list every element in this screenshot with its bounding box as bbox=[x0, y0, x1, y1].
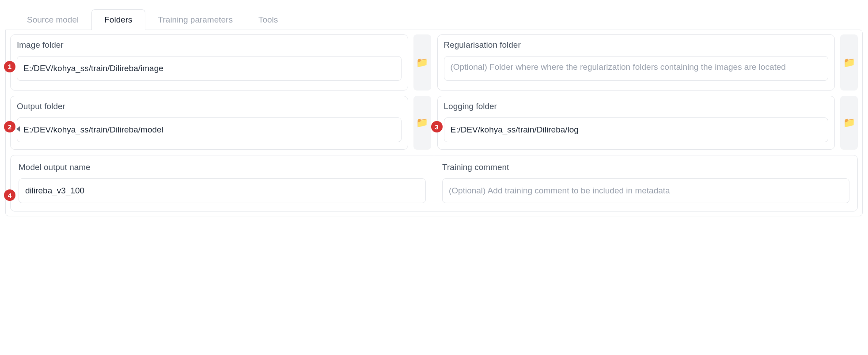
model-output-name-label: Model output name bbox=[19, 162, 426, 172]
tab-source-model[interactable]: Source model bbox=[14, 9, 91, 30]
image-folder-label: Image folder bbox=[17, 40, 402, 50]
model-output-name-input[interactable] bbox=[19, 178, 426, 203]
model-output-name-card: Model output name bbox=[10, 155, 434, 211]
folders-panel: 1 Image folder 📁 Regularisation folder 📁… bbox=[5, 30, 863, 216]
training-comment-card: Training comment bbox=[434, 155, 858, 211]
annotation-badge-1: 1 bbox=[4, 61, 15, 72]
output-folder-label: Output folder bbox=[17, 102, 402, 111]
regularisation-folder-label: Regularisation folder bbox=[444, 40, 829, 50]
regularisation-folder-card: Regularisation folder bbox=[437, 34, 835, 91]
tab-tools[interactable]: Tools bbox=[246, 9, 291, 30]
folder-icon: 📁 bbox=[843, 117, 855, 128]
training-comment-input[interactable] bbox=[442, 178, 849, 203]
annotation-badge-2: 2 bbox=[4, 121, 15, 132]
caret-left-icon bbox=[16, 126, 20, 132]
folder-icon: 📁 bbox=[416, 57, 428, 68]
regularisation-folder-input[interactable] bbox=[444, 56, 829, 81]
annotation-badge-4: 4 bbox=[4, 189, 15, 201]
output-folder-card: Output folder bbox=[10, 96, 408, 150]
image-folder-input[interactable] bbox=[17, 56, 402, 81]
folder-icon: 📁 bbox=[416, 117, 428, 128]
output-folder-input[interactable] bbox=[17, 117, 402, 142]
logging-folder-browse-button[interactable]: 📁 bbox=[840, 96, 858, 150]
logging-folder-input[interactable] bbox=[444, 117, 829, 142]
regularisation-folder-browse-button[interactable]: 📁 bbox=[840, 34, 858, 91]
output-folder-browse-button[interactable]: 📁 bbox=[413, 96, 431, 150]
logging-folder-label: Logging folder bbox=[444, 102, 829, 111]
folder-icon: 📁 bbox=[843, 57, 855, 68]
image-folder-browse-button[interactable]: 📁 bbox=[413, 34, 431, 91]
training-comment-label: Training comment bbox=[442, 162, 849, 172]
logging-folder-card: Logging folder bbox=[437, 96, 835, 150]
tab-training-parameters[interactable]: Training parameters bbox=[145, 9, 246, 30]
image-folder-card: Image folder bbox=[10, 34, 408, 91]
annotation-badge-3: 3 bbox=[431, 121, 443, 132]
tab-folders[interactable]: Folders bbox=[91, 9, 145, 30]
tab-bar: Source model Folders Training parameters… bbox=[5, 9, 863, 30]
